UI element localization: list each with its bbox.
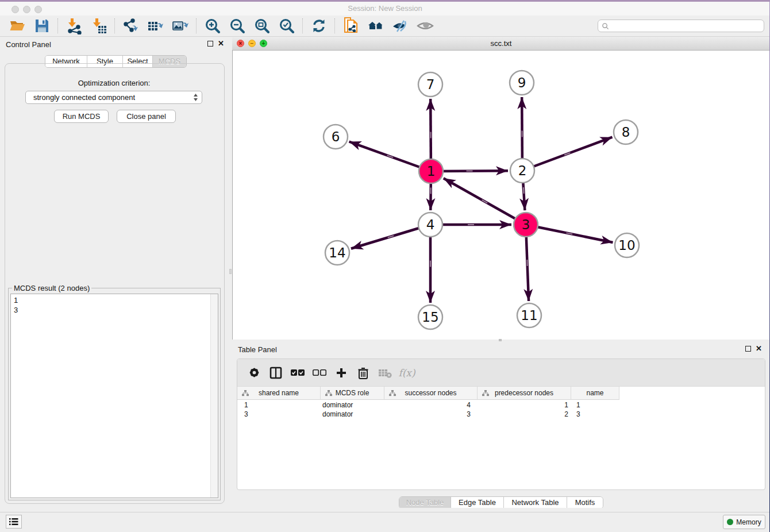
table-settings-button[interactable] [243, 363, 265, 383]
tab-node-table[interactable]: Node Table [399, 497, 451, 508]
zoom-selected-icon [278, 17, 295, 34]
eye-button[interactable] [413, 17, 437, 35]
column-header-shared-name[interactable]: shared name [237, 387, 321, 400]
minimize-window-icon[interactable] [23, 6, 30, 13]
zoom-out-button[interactable] [225, 17, 249, 35]
table-cell[interactable]: dominator [321, 400, 384, 410]
mcds-result-textarea[interactable]: 1 3 [10, 294, 218, 498]
home-button[interactable] [363, 17, 388, 35]
graph-node-label-4: 4 [426, 217, 435, 232]
toolbar-separator [114, 18, 115, 33]
control-panel-float-icon[interactable] [207, 41, 213, 47]
tab-motifs[interactable]: Motifs [567, 497, 603, 508]
table-row-0[interactable]: 1dominator411 [237, 400, 619, 410]
open-session-button[interactable] [5, 17, 29, 35]
style-brush-button[interactable] [388, 17, 413, 35]
mcds-result-title: MCDS result (2 nodes) [12, 284, 91, 292]
import-network-button[interactable] [61, 17, 86, 35]
import-network-icon [66, 17, 83, 34]
select-all-button[interactable] [287, 363, 309, 383]
clone-network-button[interactable] [338, 17, 363, 35]
control-panel: Control Panel ✕ NetworkStyleSelectMCDS O… [0, 37, 232, 508]
export-network-button[interactable] [118, 17, 143, 35]
table-header: shared nameMCDS rolesuccessor nodesprede… [237, 387, 619, 400]
checked-boxes-icon [291, 369, 305, 377]
add-column-button[interactable] [330, 363, 352, 383]
export-image-button[interactable] [168, 17, 192, 35]
column-header-successor-nodes[interactable]: successor nodes [384, 387, 478, 400]
result-scrollbar[interactable] [210, 294, 218, 498]
toolbar-separator [334, 18, 335, 33]
table-panel-title: Table Panel [238, 345, 277, 354]
app-title: Session: New Session [0, 2, 770, 16]
graph-node-label-8: 8 [622, 125, 630, 140]
table-cell[interactable]: 2 [478, 410, 571, 419]
table-cell[interactable]: 3 [571, 410, 619, 419]
table-panel-float-icon[interactable] [745, 346, 751, 352]
close-panel-button[interactable]: Close panel [117, 110, 176, 123]
table-panel-close-icon[interactable]: ✕ [756, 346, 762, 352]
table-row-1[interactable]: 3dominator323 [237, 410, 619, 419]
import-table-button[interactable] [86, 17, 111, 35]
memory-button[interactable]: Memory [723, 515, 765, 529]
column-header-MCDS-role[interactable]: MCDS role [321, 387, 384, 400]
close-window-icon[interactable] [11, 6, 19, 13]
graph-node-label-10: 10 [618, 238, 635, 253]
tree-icon [325, 390, 332, 396]
delete-column-button[interactable] [352, 363, 374, 383]
search-input[interactable] [598, 20, 764, 32]
task-history-button[interactable] [6, 515, 22, 529]
zoom-in-icon [204, 17, 221, 34]
tree-icon [389, 390, 396, 396]
table-cell[interactable]: 3 [384, 410, 478, 419]
zoom-in-button[interactable] [200, 17, 225, 35]
table-panel: Table Panel ✕ [232, 342, 770, 508]
folder-open-icon [9, 17, 26, 34]
network-window-titlebar: × − + scc.txt [232, 37, 770, 51]
table-cell[interactable]: 1 [571, 400, 619, 410]
refresh-view-button[interactable] [306, 17, 331, 35]
network-graph[interactable]: 1234678910111415 [232, 51, 770, 340]
network-close-icon[interactable]: × [237, 40, 244, 47]
vertical-splitter-handle[interactable] [229, 269, 232, 274]
tab-edge-table[interactable]: Edge Table [451, 497, 504, 508]
table-cell[interactable]: dominator [321, 410, 384, 419]
network-view[interactable]: 1234678910111415 [232, 51, 770, 340]
maximize-window-icon[interactable] [34, 6, 42, 13]
function-builder-button[interactable]: f(x) [396, 363, 418, 383]
table-cell[interactable]: 1 [237, 400, 321, 410]
graph-node-label-6: 6 [332, 129, 340, 144]
save-session-button[interactable] [29, 17, 54, 35]
app-titlebar: Session: New Session [0, 2, 770, 16]
criterion-select[interactable]: strongly connected component [25, 91, 202, 104]
column-label: predecessor nodes [495, 389, 553, 397]
tree-icon [242, 390, 249, 396]
zoom-fit-button[interactable] [249, 17, 274, 35]
column-header-predecessor-nodes[interactable]: predecessor nodes [478, 387, 571, 400]
tab-network-table[interactable]: Network Table [504, 497, 567, 508]
node-table-container: f(x) shared nameMCDS rolesuccessor nodes… [237, 358, 765, 490]
window-controls[interactable] [11, 6, 42, 13]
deselect-all-button[interactable] [309, 363, 330, 383]
table-toolbar: f(x) [237, 359, 765, 387]
column-label: successor nodes [405, 389, 456, 397]
show-columns-button[interactable] [265, 363, 287, 383]
export-table-button[interactable] [143, 17, 168, 35]
toolbar-separator [302, 18, 303, 33]
network-maximize-icon[interactable]: + [260, 40, 267, 47]
table-cell[interactable]: 3 [237, 410, 321, 419]
run-mcds-button[interactable]: Run MCDS [54, 110, 109, 123]
zoom-selected-button[interactable] [274, 17, 299, 35]
network-minimize-icon[interactable]: − [248, 40, 256, 47]
graph-node-label-7: 7 [426, 77, 435, 92]
criterion-value: strongly connected component [33, 93, 135, 102]
splitter-handle[interactable] [499, 339, 502, 341]
table-cell[interactable]: 4 [384, 400, 478, 410]
table-cell[interactable]: 1 [478, 400, 571, 410]
column-header-name[interactable]: name [571, 387, 619, 400]
delete-table-button[interactable] [374, 363, 396, 383]
graph-node-label-11: 11 [521, 308, 537, 323]
save-icon [33, 17, 51, 34]
mcds-result-text: 1 3 [14, 295, 18, 315]
control-panel-close-icon[interactable]: ✕ [218, 41, 224, 47]
